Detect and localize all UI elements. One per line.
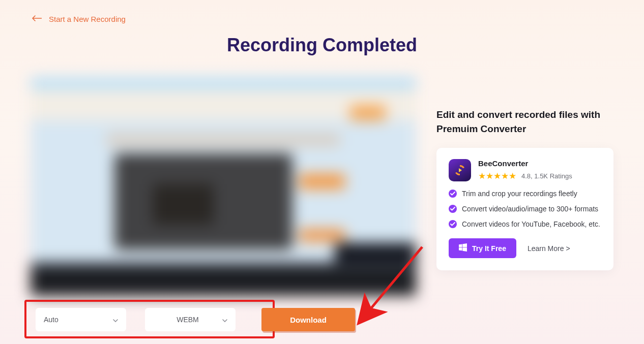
feature-list: Trim and crop your recordings fleetly Co… xyxy=(449,190,601,228)
quality-dropdown[interactable]: Auto xyxy=(36,308,126,331)
try-it-free-label: Try It Free xyxy=(472,244,506,253)
beeconverter-app-icon xyxy=(449,159,471,181)
try-it-free-button[interactable]: Try It Free xyxy=(449,238,516,258)
video-preview xyxy=(31,77,416,296)
quality-dropdown-label: Auto xyxy=(44,316,58,324)
rating-stars-icon: ★★★★★ xyxy=(478,171,516,181)
svg-marker-1 xyxy=(459,168,462,172)
feature-item: Convert videos for YouTube, Facebook, et… xyxy=(449,220,601,228)
check-icon xyxy=(449,205,457,213)
format-dropdown-label: WEBM xyxy=(153,316,222,324)
feature-text: Trim and crop your recordings fleetly xyxy=(462,190,577,198)
start-new-recording-link[interactable]: Start a New Recording xyxy=(49,15,126,23)
feature-text: Convert video/audio/image to 300+ format… xyxy=(462,205,598,213)
learn-more-link[interactable]: Learn More > xyxy=(528,244,570,253)
download-button[interactable]: Download xyxy=(261,308,355,331)
feature-item: Convert video/audio/image to 300+ format… xyxy=(449,205,601,213)
promo-heading: Edit and convert recorded files with Pre… xyxy=(436,108,613,136)
windows-icon xyxy=(459,243,467,253)
arrow-left-icon xyxy=(32,14,42,23)
page-title: Recording Completed xyxy=(0,35,644,56)
check-icon xyxy=(449,190,457,198)
chevron-down-icon xyxy=(222,316,227,324)
chevron-down-icon xyxy=(113,316,118,324)
format-dropdown[interactable]: WEBM xyxy=(145,308,236,331)
download-button-label: Download xyxy=(290,316,327,324)
feature-item: Trim and crop your recordings fleetly xyxy=(449,190,601,198)
feature-text: Convert videos for YouTube, Facebook, et… xyxy=(462,220,600,228)
check-icon xyxy=(449,220,457,228)
promo-card: BeeConverter ★★★★★ 4.8, 1.5K Ratings Tri… xyxy=(436,148,613,270)
promo-app-name: BeeConverter xyxy=(478,159,572,168)
rating-text: 4.8, 1.5K Ratings xyxy=(521,172,572,180)
